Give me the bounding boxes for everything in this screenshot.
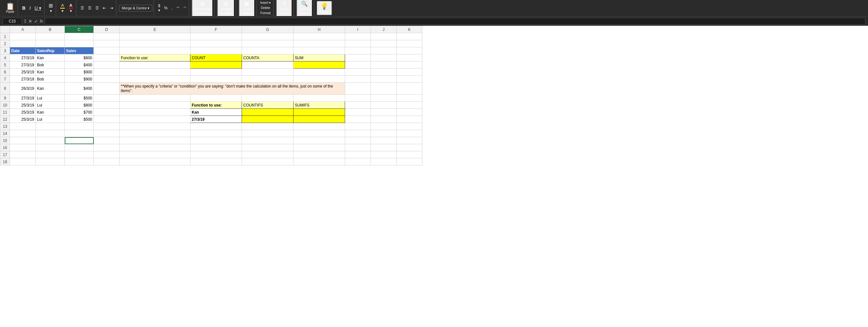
cell-I6[interactable]	[345, 69, 371, 76]
cell-F3[interactable]	[190, 47, 242, 55]
col-header-C[interactable]: C	[65, 26, 94, 33]
cell-B10[interactable]: Lui	[36, 102, 65, 109]
cell-C1[interactable]	[65, 33, 94, 40]
cell-H1[interactable]	[293, 33, 345, 40]
format-button[interactable]: Format	[259, 11, 272, 15]
cell-E4[interactable]: Function to use:	[120, 55, 190, 62]
cell-A18[interactable]	[10, 158, 36, 165]
cell-K8[interactable]	[397, 83, 423, 95]
cell-B8[interactable]: Kan	[36, 83, 65, 95]
cell-A16[interactable]	[10, 144, 36, 151]
cell-H10[interactable]: SUMIFS	[293, 102, 345, 109]
cell-K17[interactable]	[397, 151, 423, 158]
cell-H18[interactable]	[293, 158, 345, 165]
cell-G4[interactable]: COUNTA	[242, 55, 293, 62]
cell-B9[interactable]: Lui	[36, 95, 65, 102]
cell-A14[interactable]	[10, 130, 36, 137]
cell-K6[interactable]	[397, 69, 423, 76]
cell-E17[interactable]	[120, 151, 190, 158]
cell-G11[interactable]	[242, 109, 293, 116]
col-header-I[interactable]: I	[345, 26, 371, 33]
cell-A1[interactable]	[10, 33, 36, 40]
cell-C5[interactable]: $400	[65, 62, 94, 69]
cell-A11[interactable]: 25/3/19	[10, 109, 36, 116]
cell-H3[interactable]	[293, 47, 345, 55]
col-header-H[interactable]: H	[293, 26, 345, 33]
format-as-table-button[interactable]: ⊞ Format as Table	[217, 0, 234, 17]
cell-D3[interactable]	[94, 47, 120, 55]
cell-E1[interactable]	[120, 33, 190, 40]
cell-B2[interactable]	[36, 40, 65, 47]
cell-J4[interactable]	[371, 55, 397, 62]
cell-D16[interactable]	[94, 144, 120, 151]
cell-G17[interactable]	[242, 151, 293, 158]
cell-E14[interactable]	[120, 130, 190, 137]
cell-K7[interactable]	[397, 76, 423, 83]
cell-K16[interactable]	[397, 144, 423, 151]
cell-E9[interactable]	[120, 95, 190, 102]
cell-D10[interactable]	[94, 102, 120, 109]
cell-E18[interactable]	[120, 158, 190, 165]
cell-E6[interactable]	[120, 69, 190, 76]
cell-E7[interactable]	[120, 76, 190, 83]
cell-styles-button[interactable]: ▦ Cell Styles	[239, 0, 255, 17]
cell-I2[interactable]	[345, 40, 371, 47]
cell-D9[interactable]	[94, 95, 120, 102]
borders-button[interactable]: ⊞ ▾	[47, 2, 55, 14]
cell-H7[interactable]	[293, 76, 345, 83]
bold-button[interactable]: B	[21, 4, 27, 12]
cell-G6[interactable]	[242, 69, 293, 76]
decrease-decimal-button[interactable]: ⁻⁰	[181, 5, 188, 11]
cell-B13[interactable]	[36, 123, 65, 130]
cell-K13[interactable]	[397, 123, 423, 130]
cell-C3[interactable]: Sales	[65, 47, 94, 55]
cell-J12[interactable]	[371, 116, 397, 123]
col-header-K[interactable]: K	[397, 26, 423, 33]
col-header-E[interactable]: E	[120, 26, 190, 33]
cell-F4[interactable]: COUNT	[190, 55, 242, 62]
cell-F2[interactable]	[190, 40, 242, 47]
cell-G3[interactable]	[242, 47, 293, 55]
cell-F13[interactable]	[190, 123, 242, 130]
cell-C18[interactable]	[65, 158, 94, 165]
cell-J9[interactable]	[371, 95, 397, 102]
cell-J2[interactable]	[371, 40, 397, 47]
cell-J3[interactable]	[371, 47, 397, 55]
cell-C16[interactable]	[65, 144, 94, 151]
cell-H5[interactable]	[293, 62, 345, 69]
cell-A12[interactable]: 25/3/19	[10, 116, 36, 123]
cell-J17[interactable]	[371, 151, 397, 158]
cell-F7[interactable]	[190, 76, 242, 83]
cell-B4[interactable]: Kan	[36, 55, 65, 62]
cell-I3[interactable]	[345, 47, 371, 55]
cell-B1[interactable]	[36, 33, 65, 40]
cell-G15[interactable]	[242, 137, 293, 144]
align-right-button[interactable]: ☰	[94, 5, 100, 11]
cell-E10[interactable]	[120, 102, 190, 109]
cell-I15[interactable]	[345, 137, 371, 144]
cell-A10[interactable]: 25/3/19	[10, 102, 36, 109]
cell-E15[interactable]	[120, 137, 190, 144]
decrease-indent-button[interactable]: ⇤	[101, 5, 107, 11]
cell-J14[interactable]	[371, 130, 397, 137]
cell-D13[interactable]	[94, 123, 120, 130]
col-header-J[interactable]: J	[371, 26, 397, 33]
cell-F11[interactable]: Kan	[190, 109, 242, 116]
cell-G10[interactable]: COUNTIFS	[242, 102, 293, 109]
cell-H9[interactable]	[293, 95, 345, 102]
insert-function-icon[interactable]: fx	[40, 19, 43, 24]
cell-K2[interactable]	[397, 40, 423, 47]
ideas-button[interactable]: 💡 Ideas	[317, 1, 332, 15]
cell-J7[interactable]	[371, 76, 397, 83]
cell-I1[interactable]	[345, 33, 371, 40]
cell-C4[interactable]: $800	[65, 55, 94, 62]
cell-C14[interactable]	[65, 130, 94, 137]
cell-B5[interactable]: Bob	[36, 62, 65, 69]
cell-C15[interactable]	[65, 137, 94, 144]
col-header-B[interactable]: B	[36, 26, 65, 33]
percent-button[interactable]: %	[162, 5, 169, 11]
cell-J10[interactable]	[371, 102, 397, 109]
cell-K9[interactable]	[397, 95, 423, 102]
cell-C6[interactable]: $900	[65, 69, 94, 76]
cell-K11[interactable]	[397, 109, 423, 116]
